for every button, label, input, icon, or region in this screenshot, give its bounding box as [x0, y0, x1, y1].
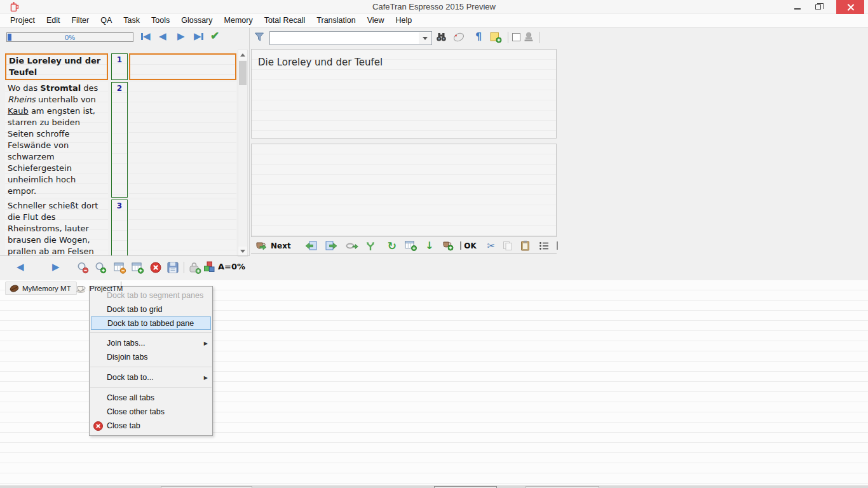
add-to-glossary-icon[interactable] [405, 240, 417, 251]
arrow-up-icon [240, 53, 245, 57]
tab-edge-tick [121, 281, 121, 287]
scrollbar-thumb[interactable] [239, 61, 247, 85]
history-forward-button[interactable]: ▶ [52, 261, 60, 273]
close-button[interactable] [836, 0, 864, 14]
find-binoculars-icon[interactable] [436, 32, 447, 42]
cut-scissors-icon[interactable]: ✂ [487, 240, 496, 252]
transfer-down-icon[interactable]: ↓ [425, 241, 433, 251]
segment-target-cell[interactable] [129, 200, 236, 255]
context-menu-label: Dock tab to... [107, 373, 204, 382]
last-segment-button[interactable]: ▶ [194, 30, 203, 42]
search-input[interactable] [271, 32, 416, 44]
menu-edit[interactable]: Edit [41, 14, 66, 27]
menu-filter[interactable]: Filter [65, 14, 95, 27]
coffee-bean-icon [10, 284, 19, 293]
auto-checkbox[interactable] [512, 33, 520, 41]
context-menu-label: Close all tabs [107, 393, 212, 402]
zoom-out-icon[interactable] [77, 262, 89, 274]
menu-memory[interactable]: Memory [219, 14, 259, 27]
copy-icon[interactable] [503, 241, 513, 251]
ok-checkbox[interactable] [460, 241, 461, 250]
target-toolbar: Next ↻ [251, 238, 557, 254]
first-icon: ◀ [143, 30, 151, 42]
segment-target-cell[interactable] [129, 82, 236, 198]
segment-row: Schneller schießt dort die Flut des Rhei… [5, 200, 236, 255]
add-tab-grid-icon[interactable] [132, 262, 144, 274]
menu-glossary[interactable]: Glossary [175, 14, 218, 27]
segment-row: Wo das Stromtal des Rheins unterhalb von… [5, 82, 236, 198]
context-menu-item-dock-tab-to-tabbed-pane[interactable]: Dock tab to tabbed pane [91, 316, 211, 330]
menu-view[interactable]: View [362, 14, 390, 27]
app-window: CafeTran Espresso 2015 Preview ProjectEd… [0, 0, 868, 488]
menu-project[interactable]: Project [4, 14, 41, 27]
columns-view-icon[interactable] [539, 241, 549, 250]
search-combobox[interactable] [269, 31, 432, 45]
pilcrow-icon[interactable]: ¶ [475, 30, 482, 43]
next-button-label[interactable]: Next [271, 241, 291, 250]
split-segment-icon[interactable] [365, 241, 376, 251]
context-menu-item-close-all-tabs[interactable]: Close all tabs [90, 391, 212, 405]
scroll-down-button[interactable] [238, 247, 247, 256]
zoom-in-icon[interactable] [95, 262, 107, 274]
panel-divider [249, 28, 250, 256]
grid-scrollbar[interactable] [238, 50, 248, 257]
previous-icon: ◀ [159, 30, 166, 42]
history-back-button[interactable]: ◀ [17, 261, 24, 273]
submenu-arrow-icon: ▶ [204, 375, 208, 381]
previous-source-icon[interactable] [305, 241, 317, 251]
previous-segment-button[interactable]: ◀ [159, 30, 166, 42]
menu-task[interactable]: Task [118, 14, 146, 27]
segment-target-cell[interactable] [129, 53, 236, 80]
stamp-icon[interactable] [523, 32, 534, 43]
segment-number: 2 [111, 82, 128, 198]
next-source-icon[interactable] [325, 241, 337, 251]
context-menu-item-dock-tab-to[interactable]: Dock tab to...▶ [90, 370, 212, 384]
confirm-checkmark-button[interactable]: ✔ [210, 29, 219, 43]
context-menu-item-close-other-tabs[interactable]: Close other tabs [90, 405, 212, 419]
context-menu-item-dock-tab-to-grid[interactable]: Dock tab to grid [90, 302, 212, 316]
tab-label: ProjectTM [90, 285, 123, 292]
tab-mymemory-mt[interactable]: MyMemory MT [5, 281, 77, 295]
menu-translation[interactable]: Translation [311, 14, 361, 27]
menu-help[interactable]: Help [390, 14, 418, 27]
mouse-icon[interactable] [452, 32, 465, 43]
next-segment-button[interactable]: ▶ [177, 30, 185, 42]
close-icon [847, 4, 854, 11]
context-menu-item-disjoin-tabs[interactable]: Disjoin tabs [90, 350, 212, 364]
filter-icon[interactable] [254, 31, 265, 43]
menu-bar: ProjectEditFilterQATaskToolsGlossaryMemo… [0, 14, 868, 28]
restore-button[interactable] [808, 0, 827, 14]
first-segment-button[interactable]: ◀ [141, 30, 151, 42]
close-resource-icon[interactable] [150, 262, 161, 273]
add-to-memory-cup-icon[interactable] [442, 240, 454, 251]
menu-separator [90, 332, 212, 333]
segment-source-cell[interactable]: Die Loreley und der Teufel [5, 53, 108, 80]
submenu-arrow-icon: ▶ [204, 341, 208, 346]
refresh-translation-icon[interactable]: ↻ [388, 241, 397, 251]
target-segment-pane[interactable] [251, 144, 557, 237]
menu-tools[interactable]: Tools [146, 14, 175, 27]
menu-total-recall[interactable]: Total Recall [259, 14, 311, 27]
segment-row: Die Loreley und der Teufel1 [5, 53, 236, 80]
segment-source-cell[interactable]: Schneller schießt dort die Flut des Rhei… [5, 200, 108, 255]
context-menu-item-join-tabs[interactable]: Join tabs...▶ [90, 336, 212, 350]
tab-projecttm[interactable]: ProjectTM [76, 281, 123, 295]
combobox-dropdown-button[interactable] [419, 32, 431, 44]
coffee-cup-icon [76, 283, 86, 293]
segment-source-cell[interactable]: Wo das Stromtal des Rheins unterhalb von… [5, 82, 108, 198]
menu-qa[interactable]: QA [95, 14, 118, 27]
context-menu-label: Close other tabs [107, 407, 212, 416]
context-menu-item-close-tab[interactable]: Close tab [90, 419, 212, 433]
save-icon[interactable] [167, 262, 179, 273]
source-segment-pane[interactable]: Die Loreley und der Teufel [251, 49, 557, 139]
alternative-checkbox[interactable] [557, 241, 558, 250]
resources-cubes-icon[interactable] [203, 261, 215, 273]
paste-icon[interactable] [520, 240, 531, 251]
add-resource-bag-icon[interactable] [189, 262, 201, 274]
scroll-up-button[interactable] [238, 50, 247, 60]
add-note-icon[interactable] [490, 32, 502, 43]
auto-assemble-icon[interactable] [346, 241, 358, 250]
minimize-button[interactable] [788, 0, 807, 14]
remove-tab-grid-icon[interactable] [114, 262, 126, 274]
next-cup-icon[interactable] [255, 240, 268, 251]
